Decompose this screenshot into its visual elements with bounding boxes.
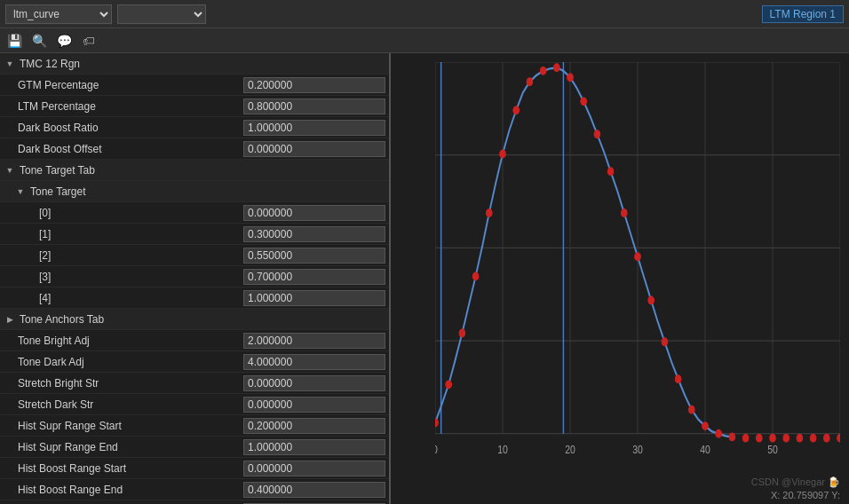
svg-point-46: [702, 422, 709, 430]
hist-boost-range-start-input[interactable]: [243, 461, 385, 476]
svg-point-37: [581, 98, 587, 106]
tone-target-3-input[interactable]: [243, 269, 385, 285]
svg-text:0: 0: [435, 443, 438, 457]
tone-target-4-input[interactable]: [243, 290, 385, 306]
tone-dark-adj-row: Tone Dark Adj: [0, 351, 389, 373]
svg-point-43: [662, 338, 668, 346]
curve-dropdown[interactable]: ltm_curve: [5, 4, 112, 24]
stretch-dark-str-row: Stretch Dark Str: [0, 394, 389, 415]
tone-bright-adj-label: Tone Bright Adj: [4, 335, 243, 347]
ltm-pct-row: LTM Percentage: [0, 96, 389, 117]
main-content: ▼ TMC 12 Rgn GTM Percentage LTM Percenta…: [0, 53, 849, 504]
svg-point-56: [837, 434, 840, 442]
svg-point-32: [513, 106, 520, 114]
root-chevron[interactable]: ▼: [4, 58, 16, 70]
hist-supr-range-start-input[interactable]: [243, 418, 385, 434]
tone-anchors-tab-row: ▶ Tone Anchors Tab: [0, 309, 389, 330]
tone-target-1-label: [1]: [4, 228, 243, 240]
svg-point-29: [472, 272, 479, 280]
svg-point-26: [435, 419, 438, 427]
tone-target-3-label: [3]: [4, 271, 243, 283]
stretch-dark-str-label: Stretch Dark Str: [4, 398, 243, 411]
tone-bright-adj-input[interactable]: [243, 333, 385, 349]
tone-target-1-row: [1]: [0, 224, 389, 245]
hist-avg-range-start-row: Hist Avg Range Start: [0, 500, 389, 504]
region-dropdown[interactable]: [117, 4, 206, 24]
svg-point-54: [810, 434, 816, 442]
svg-point-50: [756, 434, 762, 442]
svg-point-34: [540, 67, 546, 75]
dark-boost-offset-row: Dark Boost Offset: [0, 138, 389, 160]
svg-point-28: [459, 329, 465, 337]
gtm-pct-label: GTM Percentage: [4, 79, 243, 91]
hist-supr-range-end-row: Hist Supr Range End: [0, 437, 389, 458]
tone-target-4-row: [4]: [0, 287, 389, 309]
tone-target-0-label: [0]: [4, 207, 243, 219]
svg-point-35: [553, 64, 559, 72]
hist-supr-range-start-label: Hist Supr Range Start: [4, 420, 243, 432]
tone-target-3-row: [3]: [0, 266, 389, 287]
tone-anchors-tab-chevron[interactable]: ▶: [4, 313, 16, 326]
svg-text:10: 10: [497, 443, 508, 457]
tone-target-tab-chevron[interactable]: ▼: [4, 164, 16, 177]
svg-point-27: [446, 381, 452, 389]
right-panel: 0 500 1000 1500 2000 0 10 20 30 40 50: [391, 53, 849, 504]
tone-target-1-input[interactable]: [243, 226, 385, 242]
search-icon[interactable]: 🔍: [30, 32, 48, 50]
svg-point-48: [729, 433, 735, 441]
svg-point-51: [770, 434, 776, 442]
tone-dark-adj-input[interactable]: [243, 354, 385, 370]
left-panel: ▼ TMC 12 Rgn GTM Percentage LTM Percenta…: [0, 53, 391, 504]
tone-target-tab-row: ▼ Tone Target Tab: [0, 160, 389, 181]
hist-boost-range-start-label: Hist Boost Range Start: [4, 462, 243, 475]
hist-supr-range-end-label: Hist Supr Range End: [4, 441, 243, 453]
hist-boost-range-end-row: Hist Boost Range End: [0, 479, 389, 500]
svg-text:50: 50: [767, 443, 778, 457]
ltm-pct-input[interactable]: [243, 98, 385, 114]
tone-target-chevron[interactable]: ▼: [14, 185, 27, 198]
gtm-pct-row: GTM Percentage: [0, 75, 389, 96]
dark-boost-ratio-label: Dark Boost Ratio: [4, 122, 243, 134]
tone-target-4-label: [4]: [4, 292, 243, 304]
svg-text:40: 40: [700, 443, 710, 457]
stretch-bright-str-label: Stretch Bright Str: [4, 377, 243, 390]
save-icon[interactable]: 💾: [5, 32, 23, 50]
svg-point-42: [648, 296, 655, 304]
tone-target-0-input[interactable]: [243, 205, 385, 221]
svg-point-55: [823, 434, 829, 442]
tone-target-2-input[interactable]: [243, 248, 385, 264]
hist-boost-range-end-input[interactable]: [243, 482, 385, 498]
svg-text:30: 30: [632, 443, 643, 457]
dark-boost-offset-label: Dark Boost Offset: [4, 143, 243, 155]
watermark: CSDN @Vinegar 🍺: [751, 476, 840, 488]
toolbar: 💾 🔍 💬 🏷: [0, 28, 849, 53]
stretch-bright-str-input[interactable]: [243, 375, 385, 391]
comment-icon[interactable]: 💬: [55, 32, 73, 50]
hist-boost-range-start-row: Hist Boost Range Start: [0, 458, 389, 479]
stretch-bright-str-row: Stretch Bright Str: [0, 373, 389, 394]
svg-point-38: [594, 130, 600, 138]
dark-boost-offset-input[interactable]: [243, 141, 385, 157]
tone-bright-adj-row: Tone Bright Adj: [0, 330, 389, 351]
stretch-dark-str-input[interactable]: [243, 397, 385, 413]
svg-point-39: [607, 168, 614, 176]
tag-icon[interactable]: 🏷: [80, 32, 98, 50]
svg-point-45: [688, 406, 694, 413]
hist-boost-range-end-label: Hist Boost Range End: [4, 484, 243, 496]
gtm-pct-input[interactable]: [243, 77, 385, 93]
tone-target-group-row: ▼ Tone Target: [0, 181, 389, 202]
root-item: ▼ TMC 12 Rgn: [0, 53, 389, 75]
dark-boost-ratio-row: Dark Boost Ratio: [0, 117, 389, 138]
svg-point-52: [783, 434, 789, 442]
tone-dark-adj-label: Tone Dark Adj: [4, 356, 243, 368]
svg-point-31: [500, 150, 506, 158]
svg-point-44: [675, 375, 681, 383]
tone-target-2-label: [2]: [4, 249, 243, 262]
top-bar: ltm_curve LTM Region 1: [0, 0, 849, 28]
tone-target-0-row: [0]: [0, 202, 389, 224]
svg-point-41: [635, 253, 641, 261]
dark-boost-ratio-input[interactable]: [243, 120, 385, 136]
hist-supr-range-end-input[interactable]: [243, 439, 385, 455]
tone-target-label: Tone Target: [27, 185, 389, 198]
tone-target-tab-label: Tone Target Tab: [16, 164, 389, 177]
